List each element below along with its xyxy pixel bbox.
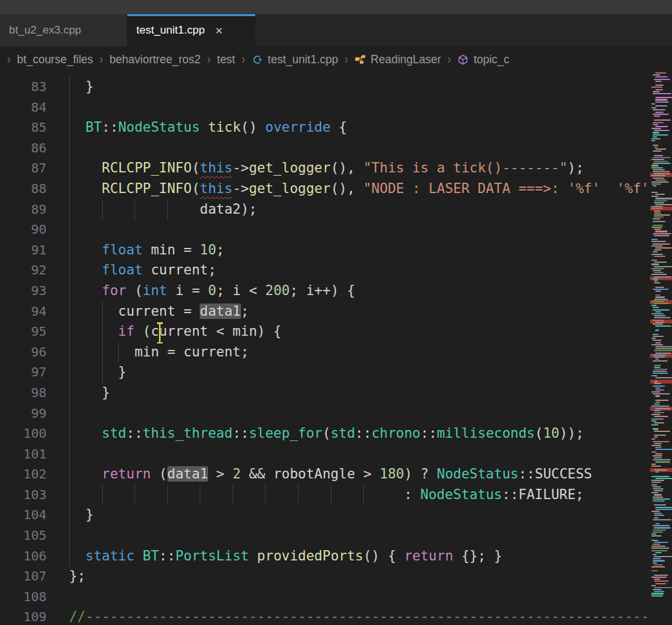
indent-guide — [69, 240, 85, 261]
code-line[interactable]: 100 std::this_thread::sleep_for(std::chr… — [0, 424, 650, 444]
indent-guide — [298, 485, 331, 506]
line-number: 92 — [0, 260, 47, 281]
code-line[interactable]: 83} — [0, 77, 650, 97]
line-number: 101 — [0, 444, 47, 465]
line-number: 94 — [0, 302, 47, 322]
code-line[interactable]: 88 RCLCPP_INFO(this->get_logger(), "NODE… — [0, 179, 650, 200]
active-tab-indicator — [127, 14, 255, 16]
chevron-right-icon: › — [7, 52, 10, 67]
indent-guide — [69, 158, 85, 179]
code-line[interactable]: 87 RCLCPP_INFO(this->get_logger(), "This… — [0, 158, 650, 179]
indent-guide — [69, 464, 85, 485]
code-line[interactable]: 91 float min = 10; — [0, 240, 650, 261]
line-number: 95 — [0, 322, 47, 342]
line-number: 102 — [0, 464, 47, 485]
code-line[interactable]: 96 min = current; — [0, 342, 650, 363]
line-number: 86 — [0, 138, 47, 159]
line-number: 97 — [0, 362, 47, 383]
indent-guide — [69, 505, 85, 526]
breadcrumb-item-folder[interactable]: test — [217, 53, 235, 67]
code-line[interactable]: 108 — [0, 587, 650, 608]
indent-guide — [69, 362, 85, 383]
indent-guide — [69, 404, 85, 424]
line-number: 90 — [0, 220, 47, 240]
code-line[interactable]: 84 — [0, 97, 650, 118]
tab-test-unit1[interactable]: test_unit1.cpp ✕ — [127, 14, 255, 46]
code-line[interactable]: 90 — [0, 220, 650, 240]
vscode-window: { "window": { "tabs": [ {"label": "bt_u2… — [0, 0, 672, 625]
line-number: 93 — [0, 281, 47, 302]
line-number: 98 — [0, 383, 47, 404]
code-line[interactable]: 106static BT::PortsList providedPorts() … — [0, 546, 650, 567]
chevron-right-icon: › — [344, 52, 348, 67]
indent-guide — [167, 485, 200, 506]
line-number: 88 — [0, 179, 47, 200]
code-line[interactable]: 98 } — [0, 383, 650, 404]
line-number: 91 — [0, 240, 47, 261]
line-number: 87 — [0, 158, 47, 179]
chevron-right-icon: › — [207, 52, 210, 67]
class-icon — [355, 54, 366, 65]
indent-guide — [134, 485, 167, 506]
editor-pane[interactable]: 83}8485BT::NodeStatus tick() override {8… — [0, 72, 650, 625]
tab-close-icon[interactable]: ✕ — [214, 25, 225, 37]
code-line[interactable]: 101 — [0, 444, 650, 465]
chevron-right-icon: › — [242, 52, 245, 67]
chevron-right-icon: › — [448, 52, 451, 67]
breadcrumb-item-folder[interactable]: behaviortree_ros2 — [109, 53, 200, 67]
code-line[interactable]: 99 — [0, 404, 650, 424]
indent-guide — [69, 526, 85, 546]
indent-guide — [102, 200, 135, 220]
code-line[interactable]: 103 : NodeStatus::FAILURE; — [0, 485, 650, 506]
code-line[interactable]: 89 data2); — [0, 200, 650, 220]
code-line[interactable]: 93 for (int i = 0; i < 200; i++) { — [0, 281, 650, 302]
code-line[interactable]: 86 — [0, 138, 650, 159]
indent-guide — [102, 485, 135, 506]
breadcrumb-item-folder[interactable]: bt_course_files — [17, 53, 93, 67]
indent-guide — [69, 138, 85, 159]
indent-guide — [69, 342, 85, 363]
tab-label: test_unit1.cpp — [136, 24, 205, 37]
indent-guide — [69, 77, 85, 97]
indent-guide — [331, 485, 364, 506]
indent-guide — [102, 342, 118, 363]
code-line[interactable]: 92 float current; — [0, 260, 650, 281]
indent-guide — [69, 383, 85, 404]
indent-guide — [69, 220, 85, 240]
method-icon — [457, 54, 469, 65]
code-line[interactable]: 97 } — [0, 362, 650, 383]
tab-bt-u2-ex3[interactable]: bt_u2_ex3.cpp — [0, 14, 127, 46]
indent-guide — [69, 200, 85, 220]
indent-guide — [69, 179, 85, 200]
code-line[interactable]: 105 — [0, 526, 650, 546]
line-number: 84 — [0, 97, 47, 118]
indent-guide — [69, 444, 85, 465]
indent-guide — [69, 97, 85, 118]
line-number: 104 — [0, 505, 47, 526]
code-line[interactable]: 85BT::NodeStatus tick() override { — [0, 118, 650, 138]
chevron-right-icon: › — [100, 52, 103, 67]
code-line[interactable]: 95 if (current < min) { — [0, 322, 650, 342]
breadcrumb: › bt_course_files › behaviortree_ros2 › … — [0, 46, 672, 72]
code-line[interactable]: 94 current = data1; — [0, 302, 650, 322]
indent-guide — [134, 200, 167, 220]
breadcrumb-item-method[interactable]: topic_c — [457, 53, 509, 67]
line-number: 99 — [0, 404, 47, 424]
code-line[interactable]: 107}; — [0, 566, 650, 587]
code-line[interactable]: 102 return (data1 > 2 && robotAngle > 18… — [0, 464, 650, 485]
line-number: 107 — [0, 566, 47, 587]
indent-guide — [102, 322, 118, 342]
title-bar — [0, 0, 672, 14]
line-number: 83 — [0, 77, 47, 97]
line-number: 105 — [0, 526, 47, 546]
code-line[interactable]: 104} — [0, 505, 650, 526]
breadcrumb-item-file[interactable]: test_unit1.cpp — [251, 53, 338, 67]
indent-guide — [102, 302, 118, 322]
indent-guide — [69, 322, 85, 342]
code-line[interactable]: 109//-----------------------------------… — [0, 607, 650, 625]
line-number: 85 — [0, 118, 47, 138]
minimap[interactable] — [650, 72, 672, 625]
indent-guide — [69, 260, 85, 281]
breadcrumb-item-class[interactable]: ReadingLaser — [355, 53, 441, 67]
indent-guide — [69, 118, 85, 138]
